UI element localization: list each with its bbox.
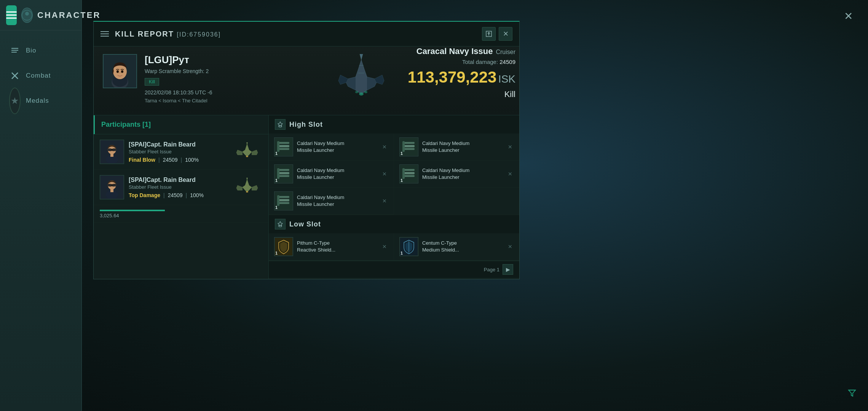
svg-rect-59 bbox=[277, 195, 279, 206]
participant-avatar-1 bbox=[100, 140, 124, 164]
slot-item-high-5: 1 Caldari Navy Medium Missile Launcher ✕ bbox=[269, 188, 394, 215]
bio-icon bbox=[9, 45, 21, 56]
sidebar-item-medals-label: Medals bbox=[26, 97, 49, 105]
slot-item-qty-high-2: 1 bbox=[400, 151, 403, 156]
export-icon bbox=[485, 30, 492, 37]
slot-item-icon-low-1: 1 bbox=[274, 237, 293, 256]
high-slot-items: 1 Caldari Navy Medium Missile Launcher ✕ bbox=[269, 134, 519, 215]
svg-rect-47 bbox=[278, 169, 289, 171]
sidebar-item-medals[interactable]: ★ Medals bbox=[0, 88, 81, 113]
kr-close-button[interactable]: ✕ bbox=[499, 27, 512, 41]
participant-badge-1: Final Blow bbox=[129, 157, 155, 163]
sidebar-item-combat[interactable]: Combat bbox=[0, 63, 81, 88]
high-slot-section: High Slot bbox=[269, 115, 519, 215]
participant-damage-1: 24509 bbox=[163, 157, 178, 163]
svg-rect-42 bbox=[403, 142, 415, 144]
kr-export-button[interactable] bbox=[482, 27, 496, 41]
participant-info-2: [SPAI]Capt. Rain Beard Stabber Fleet Iss… bbox=[129, 177, 227, 198]
slot-item-remove-high-1[interactable]: ✕ bbox=[381, 143, 388, 151]
svg-rect-58 bbox=[278, 202, 289, 204]
player-warp-scramble: Warp Scramble Strength: 2 bbox=[145, 68, 212, 74]
sidebar-item-bio[interactable]: Bio bbox=[0, 38, 81, 63]
main-close-button[interactable]: ✕ bbox=[840, 8, 857, 24]
svg-rect-25 bbox=[110, 154, 113, 157]
total-damage-value: 24509 bbox=[499, 59, 515, 65]
slot-item-icon-high-4: 1 bbox=[399, 164, 418, 183]
ship-type: Cruiser bbox=[496, 49, 515, 56]
slot-item-remove-low-1[interactable]: ✕ bbox=[381, 243, 388, 250]
slot-item-qty-high-1: 1 bbox=[275, 151, 278, 156]
hamburger-menu-button[interactable] bbox=[6, 5, 17, 25]
participants-panel: Participants [1] bbox=[94, 115, 269, 279]
kill-report-titlebar: KILL REPORT [ID:6759036] ✕ bbox=[94, 22, 519, 46]
svg-rect-56 bbox=[278, 199, 289, 201]
svg-rect-38 bbox=[278, 148, 289, 150]
kr-body: Participants [1] bbox=[94, 115, 519, 279]
slot-item-remove-high-5[interactable]: ✕ bbox=[381, 197, 388, 205]
player-avatar-image bbox=[104, 55, 136, 88]
sidebar-item-combat-label: Combat bbox=[26, 72, 51, 80]
low-slot-svg-icon bbox=[277, 221, 284, 228]
participant-stats-1: Final Blow | 24509 | 100% bbox=[129, 157, 227, 163]
fitting-bottom-bar: Page 1 ▶ bbox=[269, 261, 519, 278]
slot-item-high-2: 1 Caldari Navy Medium Missile Launcher ✕ bbox=[394, 134, 519, 161]
svg-rect-52 bbox=[403, 169, 415, 171]
participant-badge-2: Top Damage bbox=[129, 192, 160, 198]
participant-avatar-2 bbox=[100, 175, 124, 199]
filter-svg-icon bbox=[847, 389, 857, 398]
participant-pct-2: 100% bbox=[190, 192, 204, 198]
participant-avatar-svg-2 bbox=[101, 176, 123, 199]
slot-item-remove-high-3[interactable]: ✕ bbox=[381, 170, 388, 178]
slot-item-remove-low-2[interactable]: ✕ bbox=[506, 243, 514, 250]
svg-rect-37 bbox=[278, 142, 289, 144]
page-next-button[interactable]: ▶ bbox=[503, 264, 513, 275]
bottom-amount: 3,025.64 bbox=[100, 213, 262, 218]
slot-item-name-high-1: Caldari Navy Medium Missile Launcher bbox=[297, 140, 377, 154]
slot-item-icon-high-2: 1 bbox=[399, 137, 418, 156]
high-slot-svg-icon bbox=[277, 121, 284, 128]
svg-rect-53 bbox=[403, 175, 415, 177]
high-slot-icon bbox=[275, 119, 286, 130]
svg-rect-22 bbox=[107, 148, 111, 151]
high-slot-header: High Slot bbox=[269, 115, 519, 134]
page-info: Page 1 ▶ bbox=[484, 264, 513, 275]
participant-row-2[interactable]: [SPAI]Capt. Rain Beard Stabber Fleet Iss… bbox=[94, 170, 268, 205]
participant-damage-2: 24509 bbox=[168, 192, 183, 198]
damage-bar bbox=[100, 210, 165, 211]
fitting-panel: High Slot bbox=[269, 115, 519, 279]
slot-item-name-high-4: Caldari Navy Medium Missile Launcher bbox=[422, 167, 503, 181]
sidebar-item-bio-label: Bio bbox=[26, 47, 37, 54]
svg-rect-2 bbox=[11, 48, 18, 49]
kr-menu-icon[interactable] bbox=[101, 31, 109, 37]
svg-rect-32 bbox=[110, 189, 113, 192]
slot-item-remove-high-4[interactable]: ✕ bbox=[506, 170, 514, 178]
slot-item-low-1: 1 Pithum C-Type Reactive Shield... ✕ bbox=[269, 233, 394, 260]
low-slot-header: Low Slot bbox=[269, 215, 519, 233]
svg-rect-43 bbox=[403, 148, 415, 150]
svg-point-33 bbox=[246, 191, 248, 193]
damage-row: Total damage: 24509 bbox=[408, 59, 515, 65]
kill-location: Tarna < Isorna < The Citadel bbox=[145, 98, 212, 104]
svg-point-14 bbox=[121, 70, 123, 73]
participant-ship-2: Stabber Fleet Issue bbox=[129, 184, 227, 190]
svg-point-1 bbox=[25, 12, 29, 16]
participant-name-2: [SPAI]Capt. Rain Beard bbox=[129, 177, 227, 183]
slot-item-icon-high-3: 1 bbox=[274, 164, 293, 183]
svg-rect-29 bbox=[107, 184, 111, 186]
participant-ship-1: Stabber Fleet Issue bbox=[129, 149, 227, 155]
kr-avatar bbox=[103, 54, 137, 88]
svg-rect-30 bbox=[113, 184, 116, 186]
kr-actions: ✕ bbox=[482, 27, 512, 41]
participant-row-1[interactable]: [SPAI]Capt. Rain Beard Stabber Fleet Iss… bbox=[94, 134, 268, 170]
kr-header: [LGU]Рут Warp Scramble Strength: 2 Kill … bbox=[94, 46, 519, 115]
filter-icon[interactable] bbox=[847, 389, 857, 400]
svg-rect-51 bbox=[403, 172, 415, 174]
participant-name-1: [SPAI]Capt. Rain Beard bbox=[129, 141, 227, 148]
slot-item-remove-high-2[interactable]: ✕ bbox=[506, 143, 514, 151]
sidebar: CHARACTER Bio Combat ★ bbox=[0, 0, 82, 411]
ship-image bbox=[323, 54, 399, 107]
kill-report-window: KILL REPORT [ID:6759036] ✕ bbox=[93, 21, 520, 279]
participant-info-1: [SPAI]Capt. Rain Beard Stabber Fleet Iss… bbox=[129, 141, 227, 163]
stabber-ship-svg-1 bbox=[232, 142, 262, 161]
svg-rect-44 bbox=[402, 141, 405, 152]
